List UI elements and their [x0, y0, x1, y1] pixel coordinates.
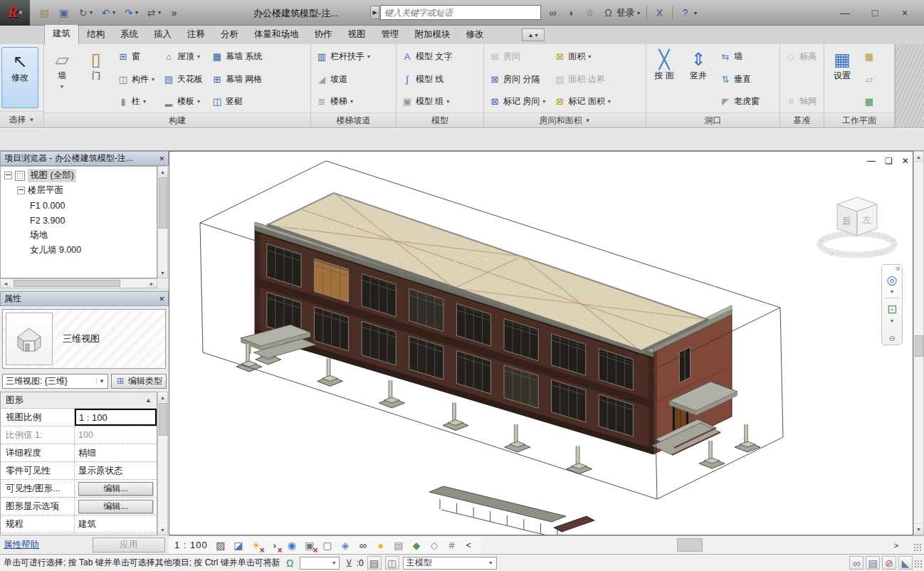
tree-expander-icon[interactable]: [17, 187, 25, 194]
show-workplane-button[interactable]: ▦: [861, 48, 878, 66]
scroll-up-icon[interactable]: ▲: [158, 167, 167, 177]
model-text-button[interactable]: A模型 文字: [399, 48, 455, 66]
application-menu-button[interactable]: R ▾: [0, 0, 30, 26]
view-restore-button[interactable]: ❏: [885, 156, 893, 166]
tree-item[interactable]: F2 3.900: [1, 213, 157, 228]
steering-wheel-icon[interactable]: ◎: [887, 273, 898, 288]
communication-center-button[interactable]: ◗: [565, 7, 577, 19]
vertical-opening-button[interactable]: ⇅垂直: [717, 70, 762, 88]
qat-more-button[interactable]: »: [165, 4, 183, 21]
panel-label-model[interactable]: 模型: [397, 112, 483, 127]
tab-管理[interactable]: 管理: [374, 26, 407, 44]
scroll-down-icon[interactable]: ▼: [158, 268, 167, 278]
favorites-star-button[interactable]: ☆: [584, 7, 596, 19]
modify-button[interactable]: ↖修改: [1, 47, 38, 108]
select-pinned-elements-button[interactable]: ⊘: [882, 556, 896, 570]
select-links-button[interactable]: ∞: [849, 556, 863, 570]
shadows-icon[interactable]: ◑: [267, 538, 281, 552]
detail-level-icon[interactable]: ▨: [214, 538, 228, 552]
ref-plane-button[interactable]: ▱: [861, 70, 878, 88]
tab-系统[interactable]: 系统: [112, 26, 146, 44]
wall-button[interactable]: ▱墙▾: [46, 46, 78, 110]
ribbon-collapse-button[interactable]: ▲ ▾: [522, 28, 545, 41]
view-minimize-button[interactable]: —: [867, 156, 876, 166]
zoom-dropdown-icon[interactable]: ▼: [890, 318, 895, 323]
navbar-minimize-icon[interactable]: ⊖: [888, 334, 895, 343]
edit-type-button[interactable]: ⊞ 编辑类型: [111, 374, 167, 389]
resize-corner[interactable]: [903, 536, 924, 554]
viewcube[interactable]: 后 左: [812, 187, 905, 267]
tree-item[interactable]: 楼层平面: [1, 183, 157, 198]
panel-label-opening[interactable]: 洞口: [646, 112, 779, 127]
model-group-button[interactable]: ▣模型 组▾: [399, 93, 455, 110]
scroll-up-icon[interactable]: ▲: [914, 152, 923, 162]
worksets-dialog-button[interactable]: ▤: [367, 556, 382, 570]
window-button[interactable]: ⊞窗: [115, 48, 157, 66]
close-icon[interactable]: ×: [159, 153, 164, 164]
temporary-hide-isolate-icon[interactable]: ∞: [356, 538, 370, 552]
scrollbar-thumb[interactable]: [14, 280, 120, 287]
type-selector-preview[interactable]: 三维视图: [2, 309, 166, 369]
scrollbar-thumb[interactable]: [677, 538, 703, 552]
reveal-constraints-icon[interactable]: #: [445, 538, 459, 552]
tab-修改[interactable]: 修改: [458, 26, 492, 44]
tab-视图[interactable]: 视图: [340, 26, 374, 44]
project-browser-header[interactable]: 项目浏览器 - 办公楼建筑模型-注... ×: [0, 151, 169, 166]
displacement-sets-icon[interactable]: ◇: [427, 538, 441, 552]
signin-user-button[interactable]: Ω登录▾: [602, 7, 640, 19]
close-button[interactable]: ×: [896, 7, 914, 19]
dormer-button[interactable]: ◤老虎窗: [717, 93, 762, 110]
help-button[interactable]: ?▾: [679, 7, 697, 19]
chevron-down-icon[interactable]: ▼: [96, 378, 105, 384]
scrollbar-thumb[interactable]: [915, 335, 923, 357]
select-underlay-elements-button[interactable]: ▤: [866, 556, 880, 570]
model-line-button[interactable]: ∫模型 线: [399, 70, 455, 88]
ramp-button[interactable]: ◢坡道: [313, 70, 373, 88]
shaft-button[interactable]: ⇕竖井: [682, 46, 715, 110]
tab-体量和场地[interactable]: 体量和场地: [246, 26, 307, 44]
property-value[interactable]: 编辑...: [75, 480, 157, 497]
scroll-down-icon[interactable]: ▼: [914, 523, 923, 535]
tree-expander-icon[interactable]: [4, 172, 12, 179]
railing-button[interactable]: ▥栏杆扶手▾: [313, 48, 373, 66]
collapse-section-icon[interactable]: ▲: [145, 397, 152, 404]
floor-button[interactable]: ▂楼板▾: [160, 93, 206, 110]
canvas-vscrollbar[interactable]: ▲ ▼: [913, 151, 924, 535]
wall-opening-button[interactable]: ⇆墙: [717, 48, 762, 66]
navbar-close-icon[interactable]: ⊗: [895, 265, 901, 272]
tree-item[interactable]: F1 0.000: [1, 198, 157, 213]
area-button[interactable]: ⊠面积▾: [551, 48, 613, 66]
scroll-right-icon[interactable]: ►: [147, 279, 157, 288]
ceiling-button[interactable]: ▤天花板: [160, 70, 206, 88]
tab-注释[interactable]: 注释: [179, 26, 213, 44]
tree-item[interactable]: 视图 (全部): [1, 168, 157, 183]
crop-view-icon[interactable]: ▣: [303, 538, 317, 552]
save-button[interactable]: ▣: [55, 4, 73, 21]
sun-path-icon[interactable]: ☀: [249, 538, 263, 552]
view-scale-button[interactable]: 1 : 100: [174, 540, 208, 550]
mullion-button[interactable]: ◫竖梃: [209, 93, 265, 110]
tree-item[interactable]: 场地: [1, 228, 157, 243]
analytical-model-icon[interactable]: ◆: [409, 538, 424, 552]
panel-label-circulation[interactable]: 楼梯坡道: [311, 112, 396, 127]
rendering-dialog-icon[interactable]: ◉: [285, 538, 299, 552]
tag-area-button[interactable]: ⊠标记 面积▾: [551, 93, 613, 110]
property-value[interactable]: 编辑...: [75, 498, 157, 515]
maximize-button[interactable]: □: [866, 7, 884, 19]
door-button[interactable]: ▯门: [80, 46, 112, 110]
lock-3d-view-icon[interactable]: ◈: [338, 538, 352, 552]
scroll-left-icon[interactable]: ◄: [1, 279, 11, 288]
tab-插入[interactable]: 插入: [146, 26, 179, 44]
zoom-region-icon[interactable]: ⊡: [887, 302, 897, 317]
panel-label-datum[interactable]: 基准: [780, 112, 824, 127]
properties-help-link[interactable]: 属性帮助: [4, 539, 39, 551]
search-binoculars-button[interactable]: ∞: [547, 7, 559, 19]
property-grid-vscrollbar[interactable]: ▲ ▼: [157, 392, 168, 535]
curtain-system-button[interactable]: ▦幕墙 系统: [209, 48, 265, 66]
edit-button[interactable]: 编辑...: [78, 482, 153, 496]
office-building-3d-model[interactable]: [169, 152, 913, 535]
scroll-down-icon[interactable]: ▼: [158, 525, 167, 535]
tag-room-button[interactable]: ⊠标记 房间▾: [486, 93, 548, 110]
column-button[interactable]: ▮柱▾: [115, 93, 157, 110]
measure-button[interactable]: ⇄▾: [142, 4, 164, 21]
